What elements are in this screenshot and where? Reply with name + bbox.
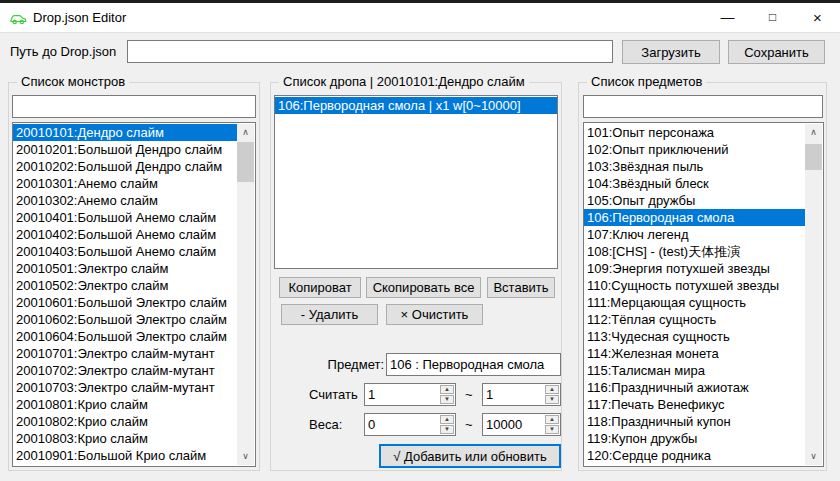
- copy-button[interactable]: Копироват: [279, 277, 361, 298]
- list-item[interactable]: 20010302:Анемо слайм: [13, 192, 238, 209]
- list-item[interactable]: 20010901:Большой Крио слайм: [13, 447, 238, 464]
- list-item[interactable]: 20010402:Большой Анемо слайм: [13, 226, 238, 243]
- items-group: Список предметов 101:Опыт персонажа102:О…: [578, 82, 827, 471]
- drops-list[interactable]: 106:Первородная смола | x1 w[0~10000]: [274, 95, 558, 269]
- list-item[interactable]: 20010801:Крио слайм: [13, 396, 238, 413]
- weight-max-input[interactable]: [483, 414, 544, 435]
- weight-range-separator: ~: [465, 417, 473, 432]
- spin-down-icon[interactable]: ▼: [440, 425, 454, 434]
- scroll-up-icon[interactable]: ∧: [805, 124, 822, 141]
- list-item[interactable]: 112:Тёплая сущность: [584, 311, 806, 328]
- scrollbar-thumb[interactable]: [805, 144, 822, 170]
- paste-button[interactable]: Вставить: [487, 277, 555, 298]
- monsters-filter-input[interactable]: [12, 95, 256, 118]
- add-or-update-button[interactable]: √ Добавить или обновить: [379, 444, 561, 468]
- delete-button[interactable]: - Удалить: [281, 304, 378, 325]
- spin-down-icon[interactable]: ▼: [545, 395, 559, 404]
- items-group-title: Список предметов: [587, 74, 706, 89]
- weight-max-stepper[interactable]: ▲ ▼: [482, 413, 561, 436]
- items-list-items: 101:Опыт персонажа102:Опыт приключений10…: [584, 124, 823, 466]
- count-max-stepper[interactable]: ▲ ▼: [482, 383, 561, 406]
- list-item[interactable]: 20010803:Крио слайм: [13, 430, 238, 447]
- list-item[interactable]: 20010101:Дендро слайм: [13, 124, 238, 141]
- stepper-buttons: ▲ ▼: [544, 384, 560, 405]
- stepper-buttons: ▲ ▼: [439, 414, 455, 435]
- app-icon: [10, 10, 27, 27]
- spin-down-icon[interactable]: ▼: [545, 425, 559, 434]
- monsters-group: Список монстров 20010101:Дендро слайм200…: [8, 82, 260, 471]
- list-item[interactable]: 20010604:Большой Электро слайм: [13, 328, 238, 345]
- spin-down-icon[interactable]: ▼: [440, 395, 454, 404]
- clear-button[interactable]: × Очистить: [386, 304, 483, 325]
- list-item[interactable]: 20010703:Электро слайм-мутант: [13, 379, 238, 396]
- spin-up-icon[interactable]: ▲: [440, 415, 454, 424]
- items-filter-input[interactable]: [583, 95, 823, 118]
- list-item[interactable]: 20010701:Электро слайм-мутант: [13, 345, 238, 362]
- count-range-separator: ~: [465, 387, 473, 402]
- scroll-up-icon[interactable]: ∧: [237, 124, 254, 141]
- list-item[interactable]: 20010501:Электро слайм: [13, 260, 238, 277]
- titlebar[interactable]: Drop.json Editor — □ ×: [0, 3, 840, 33]
- list-item[interactable]: 113:Чудесная сущность: [584, 328, 806, 345]
- list-item[interactable]: 20010403:Большой Анемо слайм: [13, 243, 238, 260]
- list-item[interactable]: 103:Звёздная пыль: [584, 158, 806, 175]
- monsters-list[interactable]: 20010101:Дендро слайм20010201:Большой Де…: [12, 122, 256, 467]
- stepper-buttons: ▲ ▼: [544, 414, 560, 435]
- copy-all-button[interactable]: Скопировать все: [366, 277, 481, 298]
- list-item[interactable]: 20010502:Электро слайм: [13, 277, 238, 294]
- list-item[interactable]: 117:Печать Венефикус: [584, 396, 806, 413]
- list-item[interactable]: 105:Опыт дружбы: [584, 192, 806, 209]
- list-item[interactable]: 20010702:Электро слайм-мутант: [13, 362, 238, 379]
- spin-up-icon[interactable]: ▲: [545, 415, 559, 424]
- scroll-down-icon[interactable]: ∨: [237, 448, 254, 465]
- weight-min-input[interactable]: [365, 414, 439, 435]
- monsters-group-title: Список монстров: [17, 74, 129, 89]
- list-item[interactable]: 114:Железная монета: [584, 345, 806, 362]
- list-item[interactable]: 20010601:Большой Электро слайм: [13, 294, 238, 311]
- list-item[interactable]: 109:Энергия потухшей звезды: [584, 260, 806, 277]
- list-item[interactable]: 108:[CHS] - (test)天体推演: [584, 243, 806, 260]
- list-item[interactable]: 118:Праздничный купон: [584, 413, 806, 430]
- list-item[interactable]: 119:Купон дружбы: [584, 430, 806, 447]
- list-item[interactable]: 110:Сущность потухшей звезды: [584, 277, 806, 294]
- stepper-buttons: ▲ ▼: [439, 384, 455, 405]
- minimize-icon[interactable]: —: [705, 3, 750, 33]
- drops-list-items: 106:Первородная смола | x1 w[0~10000]: [275, 97, 557, 268]
- list-item[interactable]: 111:Мерцающая сущность: [584, 294, 806, 311]
- count-min-input[interactable]: [365, 384, 439, 405]
- list-item[interactable]: 107:Ключ легенд: [584, 226, 806, 243]
- drops-group: Список дропа | 20010101:Дендро слайм 106…: [270, 82, 562, 471]
- list-item[interactable]: 101:Опыт персонажа: [584, 124, 806, 141]
- scrollbar-thumb[interactable]: [237, 142, 254, 182]
- list-item[interactable]: 20010201:Большой Дендро слайм: [13, 141, 238, 158]
- weight-min-stepper[interactable]: ▲ ▼: [364, 413, 456, 436]
- list-item[interactable]: 20010401:Большой Анемо слайм: [13, 209, 238, 226]
- list-item[interactable]: 115:Талисман мира: [584, 362, 806, 379]
- items-list[interactable]: 101:Опыт персонажа102:Опыт приключений10…: [583, 122, 824, 467]
- item-label: Предмет:: [312, 357, 384, 372]
- item-input[interactable]: [386, 353, 561, 376]
- load-button[interactable]: Загрузить: [622, 40, 720, 64]
- spin-up-icon[interactable]: ▲: [440, 385, 454, 394]
- list-item[interactable]: 20010802:Крио слайм: [13, 413, 238, 430]
- path-input[interactable]: [127, 40, 613, 63]
- list-item[interactable]: 20010301:Анемо слайм: [13, 175, 238, 192]
- list-item[interactable]: 20010202:Большой Дендро слайм: [13, 158, 238, 175]
- spin-up-icon[interactable]: ▲: [545, 385, 559, 394]
- list-item[interactable]: 102:Опыт приключений: [584, 141, 806, 158]
- list-item[interactable]: 106:Первородная смола | x1 w[0~10000]: [275, 97, 557, 114]
- close-icon[interactable]: ×: [795, 3, 840, 33]
- list-item[interactable]: 104:Звёздный блеск: [584, 175, 806, 192]
- application-window: Drop.json Editor — □ × Путь до Drop.json…: [0, 0, 840, 481]
- count-max-input[interactable]: [483, 384, 544, 405]
- list-item[interactable]: 106:Первородная смола: [584, 209, 806, 226]
- save-button[interactable]: Сохранить: [728, 40, 825, 64]
- list-item[interactable]: 116:Праздничный ажиотаж: [584, 379, 806, 396]
- scroll-down-icon[interactable]: ∨: [805, 448, 822, 465]
- monsters-scrollbar[interactable]: ∧ ∨: [237, 124, 254, 465]
- count-min-stepper[interactable]: ▲ ▼: [364, 383, 456, 406]
- list-item[interactable]: 20010602:Большой Электро слайм: [13, 311, 238, 328]
- maximize-icon[interactable]: □: [750, 3, 795, 33]
- list-item[interactable]: 120:Сердце родника: [584, 447, 806, 464]
- items-scrollbar[interactable]: ∧ ∨: [805, 124, 822, 465]
